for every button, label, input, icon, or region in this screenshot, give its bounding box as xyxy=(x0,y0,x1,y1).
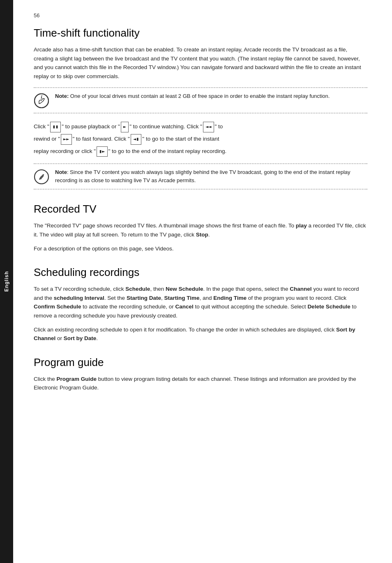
play-btn: ► xyxy=(121,122,129,132)
recorded-tv-paragraph-1: The "Recorded TV" page shows recorded TV… xyxy=(34,221,367,239)
section-title-program-guide: Program guide xyxy=(34,356,367,369)
end-btn: ▮► xyxy=(97,146,107,157)
start-btn: ◄▮ xyxy=(131,134,141,145)
sidebar-language-label: English xyxy=(4,271,9,292)
svg-point-4 xyxy=(39,178,40,180)
main-content: 56 Time-shift functionality Arcade also … xyxy=(13,0,392,563)
timeshift-paragraph-1: Arcade also has a time-shift function th… xyxy=(34,45,367,81)
ffwd-btn: ►► xyxy=(61,134,71,145)
control-line-2: rewind or "►►" to fast forward. Click "◄… xyxy=(34,134,367,145)
section-title-recorded-tv: Recorded TV xyxy=(34,203,367,215)
page-number: 56 xyxy=(34,12,367,19)
to-word: to xyxy=(160,136,164,142)
note-box-1: i Note: One of your local drives must co… xyxy=(34,87,367,114)
note-text-2: Note: Since the TV content you watch alw… xyxy=(55,168,367,185)
note-icon-2 xyxy=(34,169,49,185)
control-line-3: replay recording or click "▮►" to go to … xyxy=(34,146,367,157)
pause-btn: ▮▮ xyxy=(50,122,61,132)
section-title-timeshift: Time-shift functionality xyxy=(34,27,367,39)
rewind-btn: ◄◄ xyxy=(203,122,214,132)
sidebar: English xyxy=(0,0,13,563)
section-title-scheduling: Scheduling recordings xyxy=(34,266,367,279)
recorded-tv-paragraph-2: For a description of the options on this… xyxy=(34,244,367,253)
note-text-1: Note: One of your local drives must cont… xyxy=(55,92,330,100)
control-line-1: Click "▮▮" to pause playback or "►" to c… xyxy=(34,122,367,132)
scheduling-paragraph-1: To set a TV recording schedule, click Sc… xyxy=(34,285,367,320)
program-guide-paragraph-1: Click the Program Guide button to view p… xyxy=(34,375,367,392)
scheduling-paragraph-2: Click an existing recording schedule to … xyxy=(34,325,367,343)
note-box-2: Note: Since the TV content you watch alw… xyxy=(34,163,367,190)
note-icon-1: i xyxy=(34,93,49,109)
